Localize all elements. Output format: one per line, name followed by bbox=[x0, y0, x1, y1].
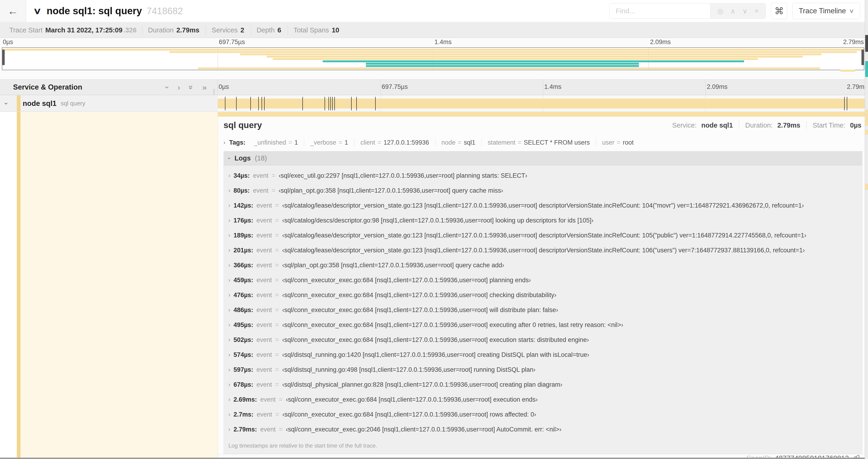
log-expand-caret-icon[interactable]: › bbox=[228, 307, 230, 313]
span-expand-caret-icon[interactable]: › bbox=[3, 102, 10, 104]
tag-value: sql1 bbox=[464, 139, 475, 146]
log-entry-row[interactable]: › 366µs: event = ‹sql/plan_opt.go:358 [n… bbox=[224, 258, 862, 273]
minimap-span-bar bbox=[323, 60, 744, 62]
expand-deep-icon[interactable]: » bbox=[202, 83, 207, 92]
span-duration-bar[interactable] bbox=[218, 99, 868, 108]
expand-one-icon[interactable]: › bbox=[178, 83, 180, 92]
log-entry-row[interactable]: › 459µs: event = ‹sql/conn_executor_exec… bbox=[224, 273, 862, 288]
vertical-scrollbar[interactable] bbox=[865, 0, 868, 459]
log-expand-caret-icon[interactable]: › bbox=[228, 396, 230, 403]
log-entry-row[interactable]: › 476µs: event = ‹sql/conn_executor_exec… bbox=[224, 288, 862, 302]
span-detail-meta: Service: node sql1 Duration: 2.79ms Star… bbox=[672, 121, 862, 129]
tag-value: 1 bbox=[294, 139, 298, 146]
prev-match-icon[interactable]: ∧ bbox=[730, 7, 736, 15]
log-expand-caret-icon[interactable]: › bbox=[228, 337, 230, 343]
next-match-icon[interactable]: ∨ bbox=[742, 7, 748, 15]
log-field-key: event bbox=[256, 217, 272, 224]
log-timestamp: 574µs: bbox=[234, 351, 253, 358]
service-value: node sql1 bbox=[701, 122, 733, 129]
focus-match-icon[interactable]: ◎ bbox=[717, 7, 723, 15]
back-button[interactable]: ← bbox=[0, 0, 26, 22]
tag-key: _verbose bbox=[310, 139, 336, 146]
logs-title: Logs bbox=[235, 154, 251, 162]
log-expand-caret-icon[interactable]: › bbox=[228, 322, 230, 328]
log-entry-row[interactable]: › 502µs: event = ‹sql/conn_executor_exec… bbox=[224, 332, 862, 347]
collapse-deep-icon[interactable]: » bbox=[187, 85, 196, 90]
log-entry-row[interactable]: › 486µs: event = ‹sql/conn_executor_exec… bbox=[224, 302, 862, 318]
log-expand-caret-icon[interactable]: › bbox=[228, 262, 230, 268]
log-entry-row[interactable]: › 2.7ms: event = ‹sql/conn_executor_exec… bbox=[224, 407, 862, 422]
log-entry-row[interactable]: › 574µs: event = ‹sql/distsql_running.go… bbox=[224, 347, 862, 362]
minimap-ruler: 0µs 697.75µs 1.4ms 2.09ms 2.79ms bbox=[2, 38, 864, 47]
span-detail-title: sql query bbox=[223, 120, 262, 130]
find-input[interactable] bbox=[610, 3, 710, 19]
minimap-left-scrubber[interactable] bbox=[2, 50, 5, 65]
log-marker-tick bbox=[375, 97, 376, 110]
span-row-name-cell[interactable]: › node sql1 sql query bbox=[0, 95, 218, 111]
log-entry-row[interactable]: › 80µs: event = ‹sql/plan_opt.go:358 [ns… bbox=[224, 183, 862, 198]
span-row[interactable]: › node sql1 sql query bbox=[0, 95, 868, 112]
service-operation-header: Service & Operation › › » » ∥ bbox=[0, 79, 218, 95]
view-dropdown-button[interactable]: Trace Timeline ∨ bbox=[793, 3, 860, 19]
logs-count: (18) bbox=[255, 154, 267, 162]
column-resize-grip[interactable]: ∥ bbox=[212, 88, 216, 95]
log-expand-caret-icon[interactable]: › bbox=[228, 247, 230, 254]
timeline-tick-label: 0µs bbox=[219, 83, 229, 91]
log-expand-caret-icon[interactable]: › bbox=[228, 292, 230, 298]
tag-pair: user = root bbox=[596, 138, 640, 146]
tags-label[interactable]: Tags: bbox=[229, 139, 245, 146]
log-expand-caret-icon[interactable]: › bbox=[228, 173, 230, 179]
timeline-ruler-header: 0µs 697.75µs 1.4ms 2.09ms 2.79ms bbox=[218, 79, 868, 95]
clear-find-icon[interactable]: × bbox=[754, 7, 759, 15]
trace-collapse-chevron-icon[interactable]: ∨ bbox=[33, 6, 42, 16]
trace-minimap[interactable] bbox=[2, 47, 864, 70]
log-entry-row[interactable]: › 142µs: event = ‹sql/catalog/lease/desc… bbox=[224, 198, 862, 213]
meta-divider bbox=[739, 121, 739, 129]
minimap-right-scrubber[interactable] bbox=[862, 50, 864, 65]
log-expand-caret-icon[interactable]: › bbox=[228, 412, 230, 418]
log-entry-row[interactable]: › 189µs: event = ‹sql/catalog/lease/desc… bbox=[224, 228, 862, 243]
log-timestamp: 486µs: bbox=[234, 306, 253, 314]
info-label: Duration bbox=[148, 26, 174, 34]
service-operation-title: Service & Operation bbox=[13, 83, 82, 91]
log-field-value: ‹sql/catalog/lease/descriptor_version_st… bbox=[282, 247, 805, 254]
log-field-key: event bbox=[257, 411, 272, 418]
log-entry-row[interactable]: › 34µs: event = ‹sql/exec_util.go:2297 [… bbox=[224, 168, 862, 183]
log-expand-caret-icon[interactable]: › bbox=[228, 232, 230, 239]
log-equals: = bbox=[275, 381, 279, 388]
log-timestamp: 80µs: bbox=[234, 187, 250, 194]
tags-expand-caret-icon[interactable]: › bbox=[223, 139, 225, 146]
log-equals: = bbox=[275, 306, 279, 314]
log-entry-row[interactable]: › 597µs: event = ‹sql/distsql_running.go… bbox=[224, 362, 862, 377]
log-entry-row[interactable]: › 495µs: event = ‹sql/conn_executor_exec… bbox=[224, 318, 862, 332]
collapse-all-icon[interactable]: › bbox=[163, 86, 172, 88]
log-entry-row[interactable]: › 2.69ms: event = ‹sql/conn_executor_exe… bbox=[224, 392, 862, 407]
log-marker-tick bbox=[847, 97, 847, 110]
log-entry-row[interactable]: › 678µs: event = ‹sql/distsql_physical_p… bbox=[224, 377, 862, 392]
log-field-value: ‹sql/catalog/descs/descriptor.go:98 [nsq… bbox=[282, 217, 593, 224]
tag-pair: client = 127.0.0.1:59936 bbox=[354, 138, 435, 146]
logs-header[interactable]: › Logs (18) bbox=[224, 151, 862, 165]
log-expand-caret-icon[interactable]: › bbox=[228, 277, 230, 283]
tags-list: _unfinished = 1 _verbose = 1 client = 12… bbox=[248, 138, 640, 146]
log-expand-caret-icon[interactable]: › bbox=[228, 352, 230, 358]
log-expand-caret-icon[interactable]: › bbox=[228, 382, 230, 388]
log-entry-row[interactable]: › 201µs: event = ‹sql/catalog/lease/desc… bbox=[224, 243, 862, 258]
log-expand-caret-icon[interactable]: › bbox=[228, 202, 230, 209]
log-expand-caret-icon[interactable]: › bbox=[228, 217, 230, 224]
log-entry-row[interactable]: › 2.79ms: event = ‹sql/conn_executor_exe… bbox=[224, 422, 862, 437]
log-equals: = bbox=[275, 411, 279, 418]
span-row-timeline-cell[interactable] bbox=[218, 95, 868, 111]
log-timestamp: 678µs: bbox=[234, 381, 253, 388]
logs-collapse-caret-icon[interactable]: › bbox=[226, 157, 232, 159]
tag-key: client bbox=[361, 139, 375, 146]
log-expand-caret-icon[interactable]: › bbox=[228, 188, 230, 194]
info-label: Depth bbox=[257, 26, 275, 34]
keyboard-shortcuts-button[interactable]: ⌘ bbox=[771, 3, 787, 19]
log-expand-caret-icon[interactable]: › bbox=[228, 426, 230, 433]
span-color-accent bbox=[17, 95, 21, 111]
timeline-tick-label: 697.75µs bbox=[380, 83, 408, 91]
log-entry-row[interactable]: › 176µs: event = ‹sql/catalog/descs/desc… bbox=[224, 213, 862, 228]
log-expand-caret-icon[interactable]: › bbox=[228, 367, 230, 373]
info-value: 2.79ms bbox=[177, 26, 199, 34]
